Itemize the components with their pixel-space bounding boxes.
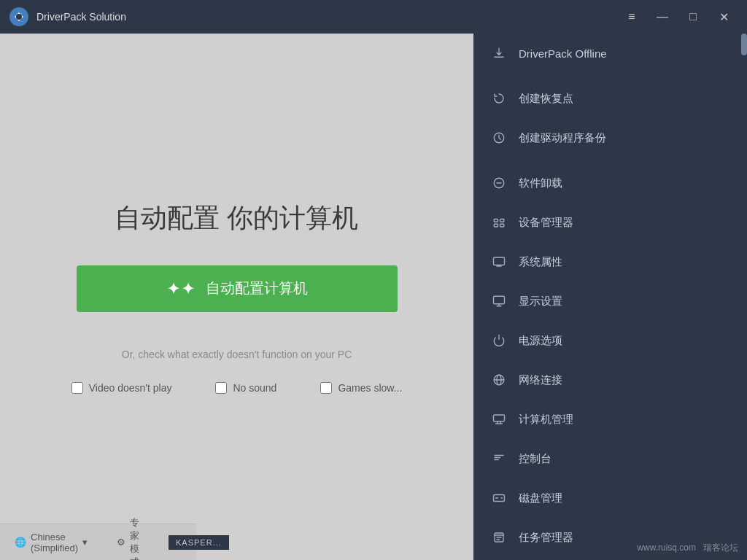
svg-rect-4 [494, 219, 498, 222]
video-issue-checkbox[interactable] [71, 382, 83, 394]
window-controls: ≡ — □ ✕ [617, 4, 738, 30]
kaspersky-label: KASPER... [176, 538, 222, 547]
menu-label-network: 网络连接 [519, 373, 562, 387]
menu-label-computer: 计算机管理 [519, 413, 573, 427]
menu-item-system-props[interactable]: 系统属性 [473, 242, 747, 281]
auto-config-button[interactable]: ✦✦ 自动配置计算机 [77, 265, 398, 312]
app-title: DriverPack Solution [36, 11, 617, 23]
kaspersky-badge: KASPER... [169, 535, 229, 550]
games-slow-item[interactable]: Games slow... [320, 382, 402, 394]
menu-label-uninstall: 软件卸载 [519, 176, 562, 190]
expert-mode-label: 专家模式 [130, 516, 139, 561]
hero-title: 自动配置 你的计算机 [115, 201, 358, 236]
svg-rect-5 [500, 219, 504, 222]
menu-item-cmd[interactable]: 命令行 [473, 557, 747, 560]
task-icon [491, 529, 507, 545]
menu-label-system: 系统属性 [519, 255, 562, 269]
games-slow-checkbox[interactable] [320, 382, 332, 394]
menu-label-backup: 创建驱动程序备份 [519, 131, 606, 145]
lang-label: Chinese (Simplified) [31, 532, 78, 553]
menu-item-disk[interactable]: 磁盘管理 [473, 478, 747, 518]
download-icon [491, 45, 507, 61]
globe-icon: 🌐 [15, 537, 26, 548]
menu-label-device-mgr: 设备管理器 [519, 216, 573, 230]
menu-item-driver-backup[interactable]: 创建驱动程序备份 [473, 118, 747, 158]
display-icon [491, 293, 507, 309]
menu-label-console: 控制台 [519, 452, 551, 466]
no-sound-label: No sound [233, 382, 276, 394]
app-logo [9, 7, 29, 27]
menu-item-offline[interactable]: DriverPack Offline [473, 34, 747, 73]
svg-rect-7 [500, 224, 504, 227]
menu-item-console[interactable]: 控制台 [473, 439, 747, 478]
maximize-button[interactable]: □ [678, 4, 708, 30]
watermark-name: 瑞客论坛 [703, 542, 738, 553]
menu-button[interactable]: ≡ [617, 4, 646, 30]
watermark: www.ruisq.com 瑞客论坛 [637, 542, 738, 554]
no-sound-checkbox[interactable] [215, 382, 227, 394]
main-layout: 自动配置 你的计算机 ✦✦ 自动配置计算机 Or, check what exa… [0, 34, 747, 560]
watermark-site: www.ruisq.com [637, 542, 696, 553]
video-issue-label: Video doesn't play [89, 382, 172, 394]
menu-item-computer-mgmt[interactable]: 计算机管理 [473, 400, 747, 439]
menu-label-disk: 磁盘管理 [519, 491, 562, 505]
svg-rect-13 [494, 495, 505, 502]
games-slow-label: Games slow... [338, 382, 402, 394]
backup-icon [491, 130, 507, 146]
menu-item-power[interactable]: 电源选项 [473, 321, 747, 360]
svg-rect-9 [494, 296, 505, 304]
side-menu: DriverPack Offline 创建恢复点 创建驱动程序备份 [473, 34, 747, 560]
menu-item-display[interactable]: 显示设置 [473, 281, 747, 321]
power-icon [491, 332, 507, 349]
chevron-down-icon: ▾ [82, 537, 88, 548]
auto-config-label: 自动配置计算机 [206, 279, 308, 298]
menu-label-power: 电源选项 [519, 334, 562, 348]
svg-rect-6 [494, 224, 498, 227]
menu-item-uninstall[interactable]: 软件卸载 [473, 163, 747, 203]
menu-item-network[interactable]: 网络连接 [473, 360, 747, 400]
menu-label-task: 任务管理器 [519, 531, 573, 545]
main-content: 自动配置 你的计算机 ✦✦ 自动配置计算机 Or, check what exa… [0, 34, 473, 560]
expert-mode-toggle[interactable]: ⚙ 专家模式 [117, 516, 139, 561]
network-icon [491, 372, 507, 388]
minimize-button[interactable]: — [648, 4, 677, 30]
console-icon [491, 451, 507, 467]
svg-point-1 [16, 14, 22, 20]
sparkle-icon: ✦✦ [166, 279, 196, 299]
close-button[interactable]: ✕ [709, 4, 738, 30]
menu-label-restore: 创建恢复点 [519, 92, 573, 106]
menu-label-offline: DriverPack Offline [519, 47, 607, 60]
issue-checkboxes: Video doesn't play No sound Games slow..… [71, 382, 403, 394]
video-issue-item[interactable]: Video doesn't play [71, 382, 172, 394]
computer-icon [491, 411, 507, 427]
restore-icon [491, 90, 507, 106]
bottom-bar: 🌐 Chinese (Simplified) ▾ ⚙ 专家模式 KASPER..… [0, 524, 196, 560]
system-icon [491, 254, 507, 270]
svg-rect-12 [494, 415, 505, 421]
gear-icon: ⚙ [117, 537, 125, 548]
language-selector[interactable]: 🌐 Chinese (Simplified) ▾ [15, 532, 88, 553]
or-text: Or, check what exactly doesn't function … [122, 349, 352, 360]
uninstall-icon [491, 175, 507, 191]
titlebar: DriverPack Solution ≡ — □ ✕ [0, 0, 747, 34]
menu-label-display: 显示设置 [519, 295, 562, 308]
scrollbar-thumb[interactable] [741, 34, 747, 55]
menu-item-device-manager[interactable]: 设备管理器 [473, 203, 747, 242]
devices-icon [491, 214, 507, 230]
menu-item-restore-point[interactable]: 创建恢复点 [473, 79, 747, 118]
disk-icon [491, 490, 507, 506]
no-sound-item[interactable]: No sound [215, 382, 276, 394]
svg-rect-8 [494, 257, 505, 265]
